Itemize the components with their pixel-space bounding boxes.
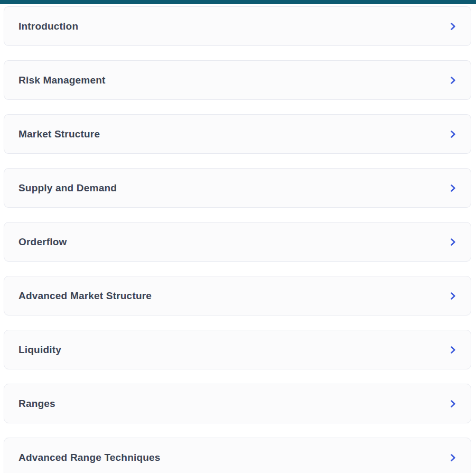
section-title: Introduction: [18, 21, 78, 32]
chevron-right-icon[interactable]: [447, 452, 458, 463]
course-section-list: Introduction Risk Management Market Stru…: [4, 6, 471, 473]
chevron-right-icon[interactable]: [447, 398, 458, 409]
accordion-section-6[interactable]: Liquidity: [4, 330, 471, 369]
accordion-section-0[interactable]: Introduction: [4, 6, 471, 46]
section-title: Liquidity: [18, 344, 61, 356]
section-title: Advanced Market Structure: [18, 290, 152, 302]
section-title: Advanced Range Techniques: [18, 452, 161, 463]
chevron-right-icon[interactable]: [447, 183, 458, 193]
accordion-section-8[interactable]: Advanced Range Techniques: [4, 438, 471, 473]
section-title: Risk Management: [18, 75, 106, 86]
chevron-right-icon[interactable]: [447, 21, 458, 32]
section-title: Market Structure: [18, 128, 100, 140]
accordion-section-5[interactable]: Advanced Market Structure: [4, 276, 471, 316]
chevron-right-icon[interactable]: [447, 291, 458, 301]
top-accent-bar: [0, 0, 476, 4]
accordion-section-2[interactable]: Market Structure: [4, 114, 471, 154]
chevron-right-icon[interactable]: [447, 345, 458, 355]
chevron-right-icon[interactable]: [447, 129, 458, 140]
accordion-section-7[interactable]: Ranges: [4, 384, 471, 423]
chevron-right-icon[interactable]: [447, 75, 458, 86]
section-title: Orderflow: [18, 236, 67, 248]
section-title: Ranges: [18, 398, 55, 410]
accordion-section-4[interactable]: Orderflow: [4, 222, 471, 262]
accordion-section-3[interactable]: Supply and Demand: [4, 168, 471, 208]
accordion-section-1[interactable]: Risk Management: [4, 60, 471, 100]
section-title: Supply and Demand: [18, 182, 117, 194]
chevron-right-icon[interactable]: [447, 237, 458, 247]
